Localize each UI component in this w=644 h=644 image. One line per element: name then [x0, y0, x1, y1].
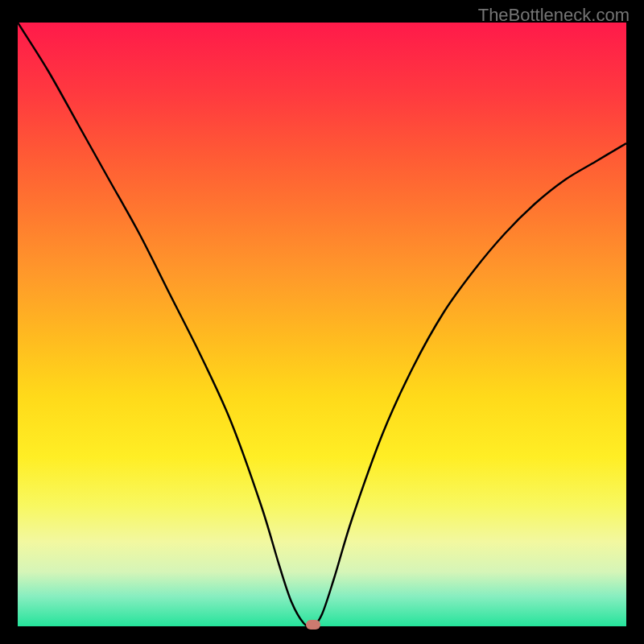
watermark-text: TheBottleneck.com [478, 5, 630, 26]
plot-area [18, 23, 626, 626]
curve-svg [18, 23, 626, 626]
bottleneck-curve [18, 23, 626, 626]
optimal-marker [306, 620, 320, 630]
